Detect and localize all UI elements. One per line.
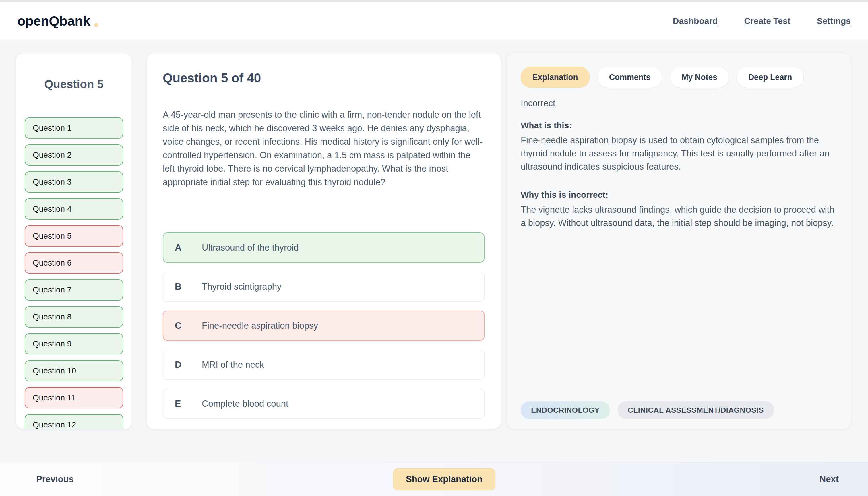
sidebar-question-label: Question 9 xyxy=(33,339,72,348)
app-header: openQbank Dashboard Create Test Settings xyxy=(0,2,868,40)
sidebar-question-9[interactable]: Question 9 xyxy=(25,333,123,355)
sidebar-question-label: Question 3 xyxy=(33,177,72,187)
question-list: Question 1Question 2Question 3Question 4… xyxy=(25,118,123,429)
section-body: Fine-needle aspiration biopsy is used to… xyxy=(521,134,837,173)
sidebar-question-label: Question 11 xyxy=(33,393,76,402)
option-letter: C xyxy=(175,320,186,331)
logo-accent-dot-icon xyxy=(94,23,98,27)
option-text: Ultrasound of the thyroid xyxy=(202,243,299,253)
previous-button[interactable]: Previous xyxy=(36,474,74,484)
sidebar-question-6[interactable]: Question 6 xyxy=(25,252,123,274)
question-card-inner: Question 5 of 40 A 45-year-old man prese… xyxy=(147,53,500,419)
sidebar-question-label: Question 12 xyxy=(33,420,76,429)
sidebar-question-label: Question 6 xyxy=(33,258,72,267)
footer-bar: Previous Show Explanation Next xyxy=(0,462,868,496)
sidebar-question-1[interactable]: Question 1 xyxy=(25,118,123,139)
sidebar-question-label: Question 2 xyxy=(33,151,72,159)
option-letter: D xyxy=(175,359,186,370)
explanation-sections: What is this:Fine-needle aspiration biop… xyxy=(521,121,837,230)
sidebar-question-3[interactable]: Question 3 xyxy=(25,171,123,192)
next-button[interactable]: Next xyxy=(820,474,839,484)
option-text: MRI of the neck xyxy=(202,360,264,370)
option-E[interactable]: EComplete blood count xyxy=(163,389,484,419)
question-card: Question 5 of 40 A 45-year-old man prese… xyxy=(146,53,501,429)
sidebar-question-8[interactable]: Question 8 xyxy=(25,306,123,327)
sidebar-question-label: Question 1 xyxy=(33,123,72,133)
answer-options: AUltrasound of the thyroidBThyroid scint… xyxy=(163,232,484,419)
sidebar-question-label: Question 10 xyxy=(33,366,76,375)
question-stem: A 45-year-old man presents to the clinic… xyxy=(163,108,484,189)
sidebar-question-label: Question 7 xyxy=(33,285,72,294)
sidebar-question-11[interactable]: Question 11 xyxy=(25,387,123,408)
tab-comments[interactable]: Comments xyxy=(597,66,663,88)
app-logo: openQbank xyxy=(17,13,98,29)
question-navigator-panel: Question 5 Question 1Question 2Question … xyxy=(16,53,132,429)
nav-link-dashboard[interactable]: Dashboard xyxy=(673,16,718,26)
sidebar-question-12[interactable]: Question 12 xyxy=(25,414,123,429)
option-A[interactable]: AUltrasound of the thyroid xyxy=(163,232,484,263)
sidebar-question-10[interactable]: Question 10 xyxy=(25,360,123,382)
explanation-panel: ExplanationCommentsMy NotesDeep Learn In… xyxy=(507,52,851,429)
tag-endocrinology: ENDOCRINOLOGY xyxy=(521,401,610,419)
result-status: Incorrect xyxy=(521,98,837,108)
explanation-section-2: Why this is incorrect:The vignette lacks… xyxy=(521,190,837,230)
explanation-panel-inner: ExplanationCommentsMy NotesDeep Learn In… xyxy=(507,53,851,429)
option-letter: A xyxy=(175,242,186,253)
header-nav: Dashboard Create Test Settings xyxy=(673,16,851,26)
app-logo-text: openQbank xyxy=(17,13,90,29)
sidebar-question-4[interactable]: Question 4 xyxy=(25,198,123,220)
option-text: Fine-needle aspiration biopsy xyxy=(202,321,318,331)
sidebar-question-2[interactable]: Question 2 xyxy=(25,144,123,166)
tag-clinical-assessment-diagnosis: CLINICAL ASSESSMENT/DIAGNOSIS xyxy=(617,401,774,419)
explanation-tabs: ExplanationCommentsMy NotesDeep Learn xyxy=(521,66,837,88)
question-tags: ENDOCRINOLOGYCLINICAL ASSESSMENT/DIAGNOS… xyxy=(521,401,774,419)
sidebar-question-label: Question 5 xyxy=(33,231,72,241)
explanation-section-1: What is this:Fine-needle aspiration biop… xyxy=(521,121,837,173)
option-text: Complete blood count xyxy=(202,399,289,409)
show-explanation-button[interactable]: Show Explanation xyxy=(393,468,495,490)
section-body: The vignette lacks ultrasound findings, … xyxy=(521,203,837,230)
option-C[interactable]: CFine-needle aspiration biopsy xyxy=(163,311,484,341)
sidebar-question-7[interactable]: Question 7 xyxy=(25,279,123,300)
tab-deep-learn[interactable]: Deep Learn xyxy=(737,66,804,88)
tab-my-notes[interactable]: My Notes xyxy=(670,66,729,88)
section-heading: Why this is incorrect: xyxy=(521,190,837,200)
sidebar-question-5[interactable]: Question 5 xyxy=(25,225,123,247)
nav-link-create-test[interactable]: Create Test xyxy=(744,16,790,26)
option-text: Thyroid scintigraphy xyxy=(202,282,281,292)
nav-link-settings[interactable]: Settings xyxy=(817,16,851,26)
sidebar-question-label: Question 8 xyxy=(33,312,72,322)
page: openQbank Dashboard Create Test Settings… xyxy=(0,0,868,496)
option-B[interactable]: BThyroid scintigraphy xyxy=(163,272,484,302)
current-question-title: Question 5 xyxy=(16,78,132,91)
question-progress-title: Question 5 of 40 xyxy=(163,71,484,86)
option-letter: E xyxy=(175,399,186,409)
window-top-strip xyxy=(0,0,868,2)
section-heading: What is this: xyxy=(521,121,837,130)
tab-explanation[interactable]: Explanation xyxy=(521,66,590,88)
option-D[interactable]: DMRI of the neck xyxy=(163,350,484,380)
option-letter: B xyxy=(175,281,186,292)
sidebar-question-label: Question 4 xyxy=(33,204,72,214)
